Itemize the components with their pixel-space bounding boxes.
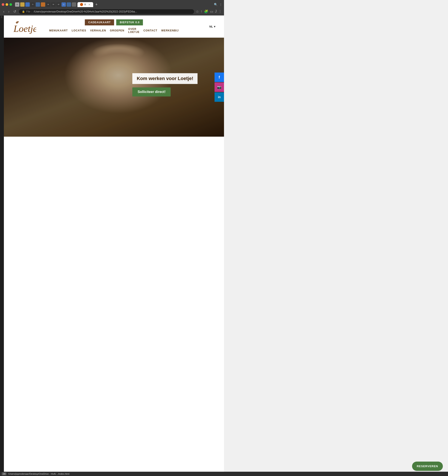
svg-text:Loetje: Loetje [13, 23, 36, 34]
browser-chrome: R G M M M G R ✕ + 🔍 ⋮ ‹ › ↺ [0, 0, 224, 16]
nav-verhalen[interactable]: VERHALEN [90, 29, 106, 32]
site-header: Loetje CADEAUKAART BIEFSTUK 0.0 MENUKAAR… [4, 16, 224, 38]
address-bar[interactable]: 🔒 File | /Users/jopmolenaar/Desktop/OneD… [19, 9, 194, 14]
url-text: /Users/jopmolenaar/Desktop/OneDrive%20-%… [34, 10, 137, 13]
tab-bar: R G M M M G R ✕ + 🔍 ⋮ [0, 0, 224, 8]
toolbar-icons: ☆ ↑ 🧩 ▭ J ⋮ [196, 10, 222, 14]
header-center: CADEAUKAART BIEFSTUK 0.0 MENUKAART LOCAT… [49, 19, 179, 34]
tab-title: R [84, 3, 86, 6]
back-button[interactable]: ‹ [2, 9, 5, 14]
logo-svg: Loetje [12, 19, 36, 34]
cadeaukaart-button[interactable]: CADEAUKAART [85, 19, 114, 25]
hero-title: Kom werken voor Loetje! [132, 73, 198, 84]
nav-groepen[interactable]: GROEPEN [110, 29, 124, 32]
linkedin-button[interactable]: in [215, 92, 224, 102]
more-icon[interactable]: ⋮ [218, 10, 222, 14]
active-tab[interactable]: R ✕ [78, 2, 93, 7]
lang-current: NL [209, 25, 213, 28]
minimize-button[interactable] [6, 3, 8, 6]
reload-button[interactable]: ↺ [12, 9, 17, 14]
sidebar-icon[interactable]: ▭ [210, 10, 213, 14]
content-area [4, 137, 224, 244]
social-sidebar: f 📷 in [215, 73, 224, 102]
main-nav: MENUKAART LOCATIES VERHALEN GROEPEN OVER… [49, 28, 179, 34]
nav-menukaart[interactable]: MENUKAART [49, 29, 68, 32]
menu-icon[interactable]: ⋮ [219, 3, 222, 6]
lock-icon: 🔒 [22, 10, 25, 13]
address-bar-row: ‹ › ↺ 🔒 File | /Users/jopmolenaar/Deskto… [0, 8, 224, 16]
status-bar: 38 /Users/jopmolenaar/Desktop/OneDrive -… [0, 472, 224, 476]
close-button[interactable] [2, 3, 4, 6]
lang-selector[interactable]: NL ▾ [209, 25, 215, 28]
solliciteer-button[interactable]: Solliciteer direct! [132, 87, 171, 96]
tab-icons-row: R G M M M G [15, 2, 76, 7]
profile-icon[interactable]: J [215, 10, 217, 14]
instagram-button[interactable]: 📷 [215, 82, 224, 92]
tab-favicon [80, 3, 83, 6]
bookmark-icon[interactable]: ☆ [196, 10, 199, 14]
main-layout: da Loetje CADEAUKAART BIEFSTUK 0.0 [0, 16, 224, 476]
file-label: File [26, 10, 30, 13]
hero-section: Kom werken voor Loetje! Solliciteer dire… [4, 38, 224, 137]
header-buttons: CADEAUKAART BIEFSTUK 0.0 [85, 19, 143, 25]
toolbar-right: 🔍 ⋮ [214, 3, 222, 6]
maximize-button[interactable] [10, 3, 12, 6]
logo-container[interactable]: Loetje [12, 19, 36, 34]
code-panel: da [0, 16, 4, 476]
linkedin-icon: in [218, 95, 221, 99]
facebook-button[interactable]: f [215, 73, 224, 82]
line-number: 38 [2, 472, 6, 475]
nav-contact[interactable]: CONTACT [143, 29, 158, 32]
new-tab-button[interactable]: + [95, 2, 98, 7]
header-right: NL ▾ [209, 25, 215, 28]
facebook-icon: f [219, 75, 220, 80]
website-content: Loetje CADEAUKAART BIEFSTUK 0.0 MENUKAAR… [4, 16, 224, 476]
hero-content: Kom werken voor Loetje! Solliciteer dire… [132, 73, 198, 96]
nav-werkenbij[interactable]: WERKENBIJ [161, 29, 179, 32]
share-icon[interactable]: ↑ [201, 10, 202, 14]
nav-locaties[interactable]: LOCATIES [72, 29, 86, 32]
tab-close-icon[interactable]: ✕ [88, 3, 91, 6]
extensions-icon[interactable]: 🧩 [204, 10, 208, 14]
search-icon[interactable]: 🔍 [214, 3, 218, 6]
chevron-down-icon: ▾ [214, 25, 215, 28]
nav-over-loetje[interactable]: OVER LOETJE [128, 28, 140, 34]
forward-button[interactable]: › [7, 9, 10, 14]
window-controls [2, 3, 12, 6]
biefstuk-button[interactable]: BIEFSTUK 0.0 [116, 19, 143, 25]
status-path: /Users/jopmolenaar/Desktop/OneDrive - Hv… [8, 473, 69, 475]
instagram-icon: 📷 [217, 85, 221, 89]
